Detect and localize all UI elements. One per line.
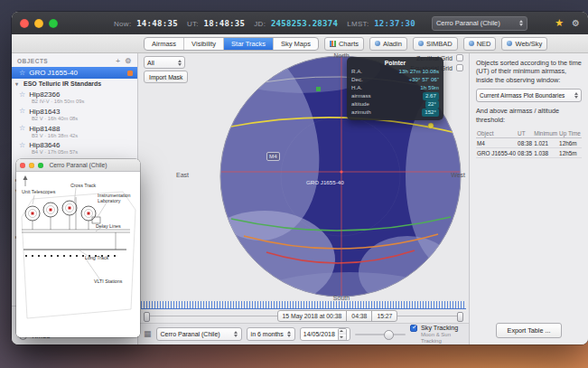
minimize-button[interactable] (29, 163, 34, 168)
object-row-label: GRO J1655-40 (29, 69, 78, 77)
zoom-button[interactable] (38, 163, 43, 168)
location-select[interactable]: Cerro Paranal (Chile) (156, 327, 242, 341)
disclosure-open-icon[interactable]: ▾ (15, 80, 21, 87)
results-panel: Objects sorted according to the time (UT… (469, 53, 588, 344)
range-select[interactable]: in 6 months (247, 327, 295, 341)
label-delay-lines: Delay Lines (96, 224, 121, 230)
desktop: Now: 14:48:35 UT: 18:48:35 JD: 2458253.2… (0, 0, 588, 368)
map-label-m4[interactable]: M4 (266, 152, 280, 161)
objects-header: OBJECTS + ⚙ (12, 53, 137, 67)
results-intro-text: Objects sorted according to the time (UT… (476, 59, 582, 84)
ned-button-label: NED (477, 40, 491, 48)
gear-icon[interactable]: ⚙ (572, 19, 580, 28)
sky-tracking-checkbox[interactable] (410, 325, 417, 332)
track-filter-select[interactable]: All (144, 56, 185, 69)
time-chip-mid[interactable]: 04:38 (346, 310, 372, 322)
close-button[interactable] (20, 163, 25, 168)
col-object[interactable]: Object (476, 129, 517, 138)
boundaries-select-value: Current Airmass Plot Boundaries (480, 92, 565, 99)
view-toolbar: Airmass Visibility Star Tracks Sky Maps … (12, 34, 588, 53)
sky-map-zone[interactable]: All Import Mask Zenithal Grid Equatorial… (138, 53, 469, 301)
compass-east-label: East (176, 172, 189, 178)
star-icon: ☆ (19, 91, 25, 99)
calendar-icon[interactable]: ▦ (144, 330, 152, 338)
site-select[interactable]: Cerro Paranal (Chile) (432, 16, 527, 31)
tab-star-tracks[interactable]: Star Tracks (224, 38, 274, 50)
tab-airmass[interactable]: Airmass (145, 38, 184, 50)
list-item[interactable]: ☆Hip82366 B2 IV-V · 16h 50m 09s (12, 89, 137, 106)
sky-tracking-label: Sky Tracking (421, 325, 458, 332)
time-of-day-slider[interactable] (355, 334, 406, 335)
readout-jd-value: 2458253.28374 (271, 19, 338, 28)
track-filter-value: All (147, 60, 154, 66)
window-controls (20, 19, 58, 28)
slider-right-handle[interactable] (457, 312, 463, 322)
time-range-slider[interactable]: 15 May 2018 at 00:38 04:38 15:27 (138, 309, 469, 323)
view-tabs: Airmass Visibility Star Tracks Sky Maps (144, 37, 319, 51)
readout-ut-label: UT: (187, 20, 199, 28)
ned-button[interactable]: NED (463, 37, 497, 51)
col-minimum[interactable]: Minimum (533, 129, 558, 138)
time-chip-start[interactable]: 15 May 2018 at 00:38 (277, 310, 348, 322)
import-mask-button[interactable]: Import Mask (144, 71, 188, 83)
list-item[interactable]: ☆Hip81643 B2 V · 16h 40m 08s (12, 106, 137, 123)
object-row-subtitle: B2 IV-V · 16h 50m 09s (12, 99, 137, 106)
table-row[interactable]: GRO J1655-40 08:35 1.038 12h5m (476, 148, 582, 158)
date-field[interactable]: 14/05/2018 (300, 327, 350, 341)
night-visibility-strip (141, 301, 466, 309)
star-icon: ☆ (19, 108, 25, 115)
paranal-map-window: Cerro Paranal (Chile) (16, 159, 140, 337)
group-label: ESO Telluric IR Standards (23, 80, 101, 87)
globe-icon (418, 41, 424, 46)
vlt-platform-diagram: Unit Telescopes Cross Track Instrumentat… (16, 172, 140, 337)
readout-now: Now: 14:48:35 (114, 19, 178, 28)
tab-sky-maps[interactable]: Sky Maps (274, 38, 318, 50)
object-row-label: Hip83646 (29, 141, 60, 149)
slider-left-handle[interactable] (144, 312, 150, 322)
titlebar-icons: ★ ⚙ (555, 18, 580, 28)
zoom-button[interactable] (49, 19, 58, 28)
globe-icon (375, 41, 380, 46)
col-ut[interactable]: UT (517, 129, 533, 138)
object-row-gro[interactable]: ☆ GRO J1655-40 (12, 67, 137, 79)
tooltip-row-ra: R.A.13h 27m 10.08s (351, 68, 439, 76)
export-table-button[interactable]: Export Table ... (496, 323, 563, 338)
list-item[interactable]: ☆Hip81488 B3 V · 16h 38m 42s (12, 123, 137, 140)
add-object-icon[interactable]: + (116, 57, 120, 65)
tooltip-row-airmass: airmass2.67 (351, 92, 439, 100)
time-chip-end[interactable]: 15:27 (371, 310, 397, 322)
clock-readouts: Now: 14:48:35 UT: 18:48:35 JD: 2458253.2… (114, 19, 415, 28)
boundaries-select[interactable]: Current Airmass Plot Boundaries (476, 89, 582, 102)
chevron-updown-icon (178, 60, 182, 66)
map-label-gro-j1655-40[interactable]: GRO J1655-40 (306, 179, 344, 185)
object-row-subtitle: B4 V · 17h 05m 57s (12, 150, 137, 156)
label-instrumentation-laboratory: Instrumentation Laboratory (98, 193, 137, 204)
date-stepper[interactable] (338, 328, 347, 341)
star-icon: ☆ (19, 125, 25, 132)
object-row-subtitle: B3 V · 16h 38m 42s (12, 134, 137, 140)
favorite-star-icon[interactable]: ★ (555, 18, 564, 28)
zenithal-grid-checkbox[interactable] (456, 54, 463, 61)
close-button[interactable] (20, 19, 29, 28)
sky-tracking-option: Sky Tracking Moon & Sun Tracking (410, 325, 463, 344)
table-row[interactable]: M4 08:38 1.021 12h6m (476, 138, 582, 148)
websky-button[interactable]: Web/Sky (501, 37, 547, 51)
col-uptime[interactable]: Up Time (558, 129, 582, 138)
minimize-button[interactable] (34, 19, 43, 28)
star-icon: ☆ (19, 142, 25, 149)
charts-button-label: Charts (339, 40, 359, 48)
simbad-button[interactable]: SIMBAD (413, 37, 458, 51)
object-row-subtitle: B2 V · 16h 40m 08s (12, 117, 137, 123)
readout-ut: UT: 18:48:35 (187, 19, 245, 28)
tab-visibility[interactable]: Visibility (184, 38, 224, 50)
pointer-tooltip: Pointer R.A.13h 27m 10.08s Dec.+30° 57' … (347, 57, 443, 120)
group-telluric[interactable]: ▾ ESO Telluric IR Standards (12, 79, 137, 89)
filter-icon[interactable]: ⚙ (125, 57, 132, 65)
chevron-updown-icon (519, 20, 523, 26)
equatorial-grid-checkbox[interactable] (456, 64, 463, 71)
list-item[interactable]: ☆Hip83646 B4 V · 17h 05m 57s (12, 139, 137, 156)
charts-button[interactable]: Charts (324, 37, 364, 51)
star-tracks-panel: All Import Mask Zenithal Grid Equatorial… (138, 53, 469, 344)
aladin-button[interactable]: Aladin (369, 37, 407, 51)
slider-thumb[interactable] (384, 330, 394, 340)
